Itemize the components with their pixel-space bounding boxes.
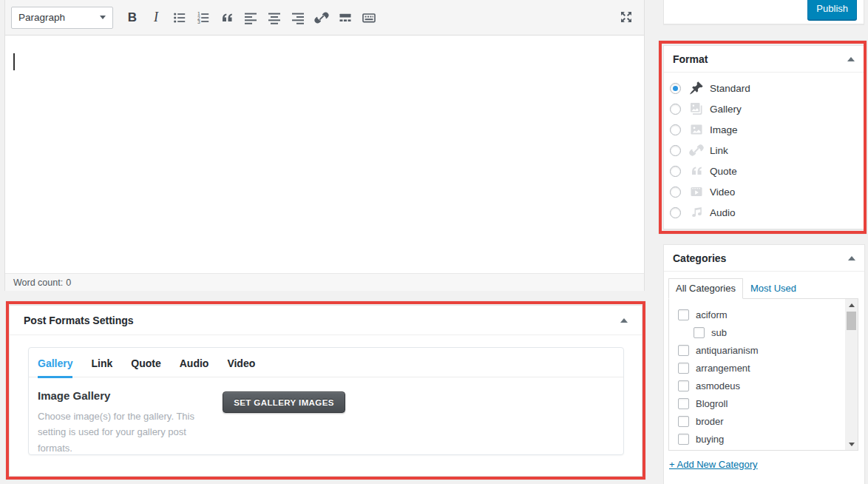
category-row: antiquarianism [678,341,858,359]
format-option-gallery: Gallery [670,98,858,119]
align-right-icon [291,10,305,25]
post-formats-panel-header[interactable]: Post Formats Settings [10,306,642,335]
category-row: buying [678,430,858,448]
format-option-standard: Standard [670,78,858,98]
text-cursor [13,53,15,70]
tab-video[interactable]: Video [227,357,255,377]
publish-button-label: Publish [816,3,848,14]
editor-content-area[interactable] [5,36,644,273]
blockquote-button[interactable] [215,7,239,29]
publish-panel: Publish [663,0,864,24]
category-label[interactable]: aciform [696,309,728,320]
checkbox-aciform[interactable] [678,309,689,320]
align-center-button[interactable] [262,7,286,29]
categories-listbox: aciform sub antiquarianism arrangement a… [668,298,858,451]
categories-tabs: All Categories Most Used [664,272,864,298]
radio-video[interactable] [670,186,681,198]
format-panel-header[interactable]: Format [664,46,864,73]
category-label[interactable]: broder [696,416,724,427]
radio-link[interactable] [670,145,681,156]
tab-gallery[interactable]: Gallery [38,357,72,378]
format-label[interactable]: Audio [710,207,736,218]
category-label[interactable]: Blogroll [696,398,728,409]
word-count-label: Word count: [13,278,63,288]
pin-icon [689,81,704,95]
image-gallery-title: Image Gallery [38,389,215,402]
format-option-audio: Audio [670,202,858,223]
post-formats-card: Gallery Link Quote Audio Video Image Gal… [28,347,624,455]
post-content-editor: Paragraph B I 123 [4,0,645,291]
editor-toolbar: Paragraph B I 123 [5,0,644,36]
toolbar-toggle-button[interactable] [357,7,381,29]
format-label[interactable]: Video [710,186,735,198]
category-label[interactable]: antiquarianism [696,345,759,356]
categories-panel-header[interactable]: Categories [664,245,864,272]
checkbox-antiquarianism[interactable] [678,345,689,356]
categories-list: aciform sub antiquarianism arrangement a… [669,299,858,448]
scrollbar[interactable] [845,299,858,450]
category-label[interactable]: arrangement [696,363,750,374]
italic-icon: I [154,10,158,25]
checkbox-arrangement[interactable] [678,363,689,374]
read-more-tag-button[interactable] [333,7,357,29]
tab-most-used[interactable]: Most Used [743,279,804,298]
italic-button[interactable]: I [144,7,168,29]
radio-standard[interactable] [670,83,681,94]
format-option-image: Image [670,119,858,140]
chevron-down-icon [100,16,106,19]
category-row: broder [678,412,858,430]
checkbox-broder[interactable] [678,416,689,427]
publish-button[interactable]: Publish [807,0,857,20]
category-row: sub [678,323,858,341]
add-new-category-link[interactable]: + Add New Category [669,459,758,470]
tab-audio[interactable]: Audio [180,357,209,377]
radio-gallery[interactable] [670,104,681,115]
set-gallery-images-label: SET GALLERY IMAGES [234,398,334,407]
bulleted-list-button[interactable] [168,7,191,29]
bold-icon: B [128,10,137,25]
paragraph-style-dropdown[interactable]: Paragraph [11,7,113,29]
numbered-list-button[interactable]: 123 [191,7,215,29]
format-label[interactable]: Gallery [710,104,742,115]
collapse-triangle-icon[interactable] [847,57,855,61]
categories-panel-title: Categories [673,252,726,264]
tab-quote[interactable]: Quote [131,357,160,377]
checkbox-sub[interactable] [694,327,705,338]
checkbox-buying[interactable] [678,434,689,445]
checkbox-blogroll[interactable] [678,398,689,409]
bold-button[interactable]: B [121,7,144,29]
video-icon [689,184,704,199]
quote-icon [689,164,704,178]
format-panel-title: Format [673,53,708,65]
align-left-button[interactable] [239,7,262,29]
gallery-icon [689,101,704,116]
category-label[interactable]: asmodeus [696,380,740,391]
collapse-triangle-icon[interactable] [848,256,855,261]
collapse-triangle-icon[interactable] [620,318,628,323]
scrollbar-thumb[interactable] [847,312,856,330]
tab-link[interactable]: Link [91,357,112,377]
format-option-video: Video [670,181,858,202]
align-right-button[interactable] [286,7,310,29]
radio-audio[interactable] [670,207,681,218]
radio-image[interactable] [670,124,681,135]
format-label[interactable]: Standard [710,83,750,94]
format-label[interactable]: Quote [710,166,737,177]
paragraph-style-value: Paragraph [18,12,65,23]
category-label[interactable]: buying [696,434,724,445]
tab-all-categories[interactable]: All Categories [668,278,743,299]
set-gallery-images-button[interactable]: SET GALLERY IMAGES [223,391,345,413]
audio-icon [689,205,704,220]
format-label[interactable]: Image [710,124,738,135]
format-label[interactable]: Link [710,145,728,156]
category-label[interactable]: sub [711,327,727,338]
scrollbar-down-arrow-icon[interactable] [845,438,858,450]
link-icon [314,10,329,25]
radio-quote[interactable] [670,166,681,177]
scrollbar-up-arrow-icon[interactable] [845,299,858,311]
post-formats-panel-title: Post Formats Settings [24,315,134,326]
checkbox-asmodeus[interactable] [678,380,689,391]
distraction-free-button[interactable] [616,7,637,27]
insert-link-button[interactable] [310,7,333,29]
editor-statusbar: Word count: 0 [5,273,644,291]
